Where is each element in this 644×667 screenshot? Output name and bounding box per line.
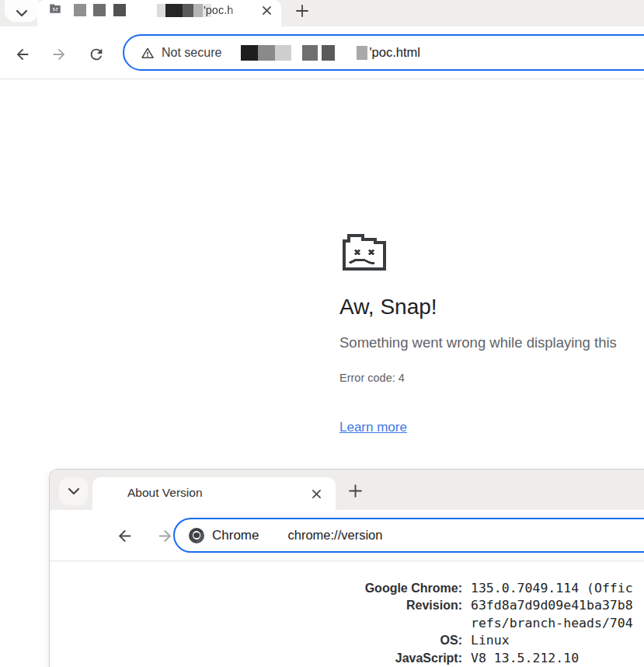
- redacted-block: [93, 4, 106, 16]
- chevron-down-icon: [68, 487, 80, 495]
- redacted-block: [357, 46, 367, 60]
- error-title: Aw, Snap!: [339, 295, 437, 320]
- tab-strip: About Version: [50, 470, 644, 510]
- reload-button[interactable]: [87, 45, 106, 64]
- chrome-mono-icon: [189, 528, 204, 543]
- redacted-block: [258, 45, 275, 61]
- address-bar[interactable]: Not secure 'poc.html: [123, 34, 644, 71]
- redacted-block: [74, 4, 86, 16]
- url-text: chrome://version: [287, 528, 382, 543]
- chevron-down-icon: [16, 9, 28, 17]
- version-value: refs/branch-heads/704: [471, 615, 633, 632]
- tab-strip: 'poc.h: [0, 0, 644, 26]
- version-value: 135.0.7049.114 (Offic: [471, 580, 633, 597]
- version-label: Google Chrome:: [50, 580, 462, 597]
- sad-folder-icon: [339, 229, 389, 274]
- version-value: V8 13.5.212.10: [471, 650, 579, 667]
- version-row: refs/branch-heads/704: [50, 615, 644, 632]
- browser-toolbar: Not secure 'poc.html: [0, 26, 644, 79]
- redacted-block: [302, 45, 318, 61]
- redacted-block: [275, 45, 291, 61]
- forward-button[interactable]: [155, 526, 174, 545]
- chrome-chip-label: Chrome: [212, 528, 259, 543]
- version-label: Revision:: [50, 597, 462, 614]
- tab-close-icon[interactable]: [309, 487, 323, 501]
- tab-about-version[interactable]: About Version: [92, 477, 336, 510]
- redacted-block: [241, 45, 258, 61]
- address-bar[interactable]: Chrome chrome://version: [173, 518, 644, 553]
- not-secure-warning-icon: [140, 45, 155, 61]
- redacted-block: [113, 4, 126, 16]
- version-row: Revision: 63fd8a7d9d09e41ba37b8: [50, 597, 644, 614]
- back-button[interactable]: [115, 526, 134, 545]
- error-description: Something went wrong while displaying th…: [339, 334, 617, 351]
- tab-title: About Version: [127, 486, 203, 500]
- version-value: Linux: [471, 632, 510, 649]
- new-tab-button[interactable]: [345, 480, 365, 501]
- version-info-page: Google Chrome: 135.0.7049.114 (Offic Rev…: [50, 561, 644, 667]
- learn-more-link[interactable]: Learn more: [339, 420, 407, 435]
- version-row: Google Chrome: 135.0.7049.114 (Offic: [50, 580, 644, 597]
- browser-toolbar: Chrome chrome://version: [50, 510, 644, 560]
- sad-tab-crashed-icon: [48, 1, 62, 15]
- version-row: OS: Linux: [50, 632, 644, 649]
- back-button[interactable]: [13, 45, 32, 64]
- version-value: 63fd8a7d9d09e41ba37b8: [471, 597, 633, 614]
- version-label: JavaScript:: [50, 650, 462, 667]
- forward-button[interactable]: [50, 45, 68, 64]
- tab-close-icon[interactable]: [259, 3, 273, 17]
- error-code: Error code: 4: [339, 372, 405, 384]
- redacted-block: [322, 45, 335, 61]
- not-secure-label: Not secure: [162, 46, 221, 60]
- tab-search-button[interactable]: [59, 477, 88, 505]
- version-label: OS:: [50, 632, 462, 649]
- new-tab-button[interactable]: [292, 1, 312, 21]
- about-version-window: About Version Chrome chrome://version Go…: [49, 469, 644, 667]
- tab-title: 'poc.h: [204, 4, 249, 16]
- version-row: JavaScript: V8 13.5.212.10: [50, 650, 644, 667]
- url-text: 'poc.html: [369, 45, 420, 60]
- tab-poc-html[interactable]: 'poc.h: [37, 0, 281, 26]
- tab-search-button[interactable]: [5, 0, 39, 22]
